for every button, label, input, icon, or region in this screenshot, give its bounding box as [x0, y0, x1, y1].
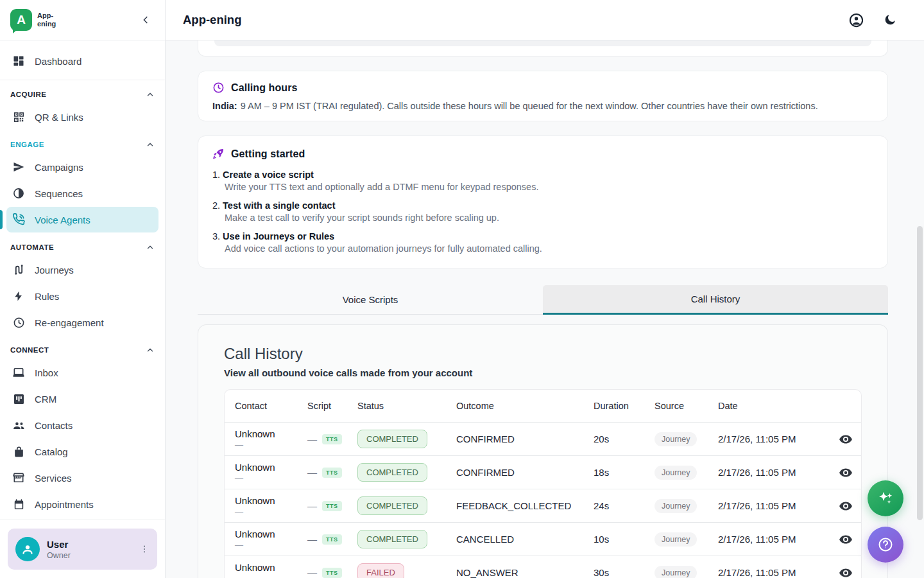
sidebar-item-label: Dashboard: [35, 56, 81, 67]
getting-started-title: Getting started: [231, 148, 305, 160]
sidebar-item-re-engagement[interactable]: Re-engagement: [6, 310, 158, 335]
table-row: Unknown— —TTS COMPLETED CONFIRMED 20s Jo…: [225, 422, 861, 455]
getting-started-card: Getting started 1.Create a voice script …: [198, 136, 888, 268]
logo-icon: A: [10, 9, 32, 31]
sidebar-item-contacts[interactable]: Contacts: [6, 412, 158, 438]
calling-hours-text: India:9 AM – 9 PM IST (TRAI regulated). …: [212, 100, 873, 112]
dashboard-icon: [12, 54, 26, 68]
account-icon: [848, 12, 864, 28]
help-button[interactable]: [868, 527, 903, 563]
sidebar-item-catalog[interactable]: Catalog: [6, 439, 158, 464]
source-badge: Journey: [654, 466, 697, 480]
sidebar-item-appointments[interactable]: Appointments: [6, 491, 158, 517]
tab-voice-scripts[interactable]: Voice Scripts: [198, 285, 543, 315]
section-header-connect[interactable]: CONNECT: [0, 336, 165, 359]
view-call-button[interactable]: [839, 499, 853, 513]
table-row: Unknown— —TTS COMPLETED FEEDBACK_COLLECT…: [225, 489, 861, 522]
tab-call-history[interactable]: Call History: [543, 285, 888, 315]
section-header-acquire[interactable]: ACQUIRE: [0, 80, 165, 103]
sidebar-item-journeys[interactable]: Journeys: [6, 257, 158, 283]
source-badge: Journey: [654, 532, 697, 547]
sidebar-item-dashboard[interactable]: Dashboard: [6, 48, 158, 74]
section-header-engage[interactable]: ENGAGE: [0, 130, 165, 153]
tts-badge: TTS: [322, 501, 342, 511]
qr-icon: [12, 110, 26, 124]
calendar-icon: [12, 497, 26, 511]
sidebar-item-crm[interactable]: CRM: [6, 386, 158, 412]
status-badge: FAILED: [357, 563, 404, 578]
sidebar-item-sequences[interactable]: Sequences: [6, 180, 158, 206]
sidebar-item-services[interactable]: Services: [6, 465, 158, 491]
content-scroll-area[interactable]: Calling hours India:9 AM – 9 PM IST (TRA…: [166, 40, 924, 578]
brand-name: App- ening: [37, 12, 56, 28]
sidebar-item-label: Services: [35, 473, 72, 484]
section-header-automate[interactable]: AUTOMATE: [0, 233, 165, 256]
sidebar-item-label: Campaigns: [35, 162, 83, 173]
send-icon: [12, 160, 26, 174]
status-badge: COMPLETED: [357, 430, 427, 448]
sidebar-item-qr-links[interactable]: QR & Links: [6, 104, 158, 130]
sidebar-item-label: Appointments: [35, 499, 94, 510]
sidebar-item-inbox[interactable]: Inbox: [6, 360, 158, 385]
bag-icon: [12, 444, 26, 459]
contrast-icon: [12, 186, 26, 200]
source-badge: Journey: [654, 432, 697, 446]
clock-icon: [212, 82, 225, 94]
sidebar-footer: User Owner: [0, 520, 165, 578]
chevron-up-icon: [146, 346, 155, 355]
main-area: App-ening: [166, 0, 924, 578]
sparkles-icon: [877, 489, 894, 507]
call-history-heading: Call History: [224, 344, 862, 363]
sidebar-item-rules[interactable]: Rules: [6, 283, 158, 309]
sidebar-item-label: Catalog: [35, 446, 68, 457]
view-call-button[interactable]: [839, 566, 853, 578]
sidebar-header: A App- ening: [0, 0, 165, 40]
sidebar-collapse-button[interactable]: [137, 11, 155, 29]
laptop-icon: [12, 365, 26, 380]
bolt-icon: [12, 289, 26, 303]
view-call-button[interactable]: [839, 532, 853, 547]
table-row: Unknown— —TTS COMPLETED CONFIRMED 18s Jo…: [225, 455, 861, 489]
user-menu-button[interactable]: [139, 544, 150, 554]
brand-logo[interactable]: A App- ening: [10, 9, 56, 31]
clock-icon: [12, 315, 26, 329]
account-button[interactable]: [848, 12, 864, 28]
phone-call-icon: [12, 213, 26, 227]
top-bar: App-ening: [166, 0, 924, 40]
eye-icon: [839, 532, 853, 547]
view-call-button[interactable]: [839, 466, 853, 480]
getting-started-step: 1.Create a voice script Write your TTS t…: [212, 169, 873, 193]
user-role: Owner: [47, 551, 132, 560]
table-row: Unknown— —TTS COMPLETED CANCELLED 10s Jo…: [225, 522, 861, 556]
help-icon: [876, 535, 895, 554]
getting-started-step: 3.Use in Journeys or Rules Add voice cal…: [212, 231, 873, 254]
sidebar-item-label: Journeys: [35, 265, 74, 276]
sidebar-item-label: CRM: [35, 394, 56, 405]
sidebar-item-label: Contacts: [35, 420, 73, 431]
tts-badge: TTS: [322, 434, 342, 444]
status-badge: COMPLETED: [357, 530, 427, 548]
sidebar-item-label: Inbox: [35, 367, 58, 378]
route-icon: [12, 263, 26, 277]
status-badge: COMPLETED: [357, 463, 427, 482]
scrollbar-thumb[interactable]: [917, 226, 923, 520]
getting-started-step: 2.Test with a single contact Make a test…: [212, 200, 873, 223]
call-history-subtitle: View all outbound voice calls made from …: [224, 367, 862, 379]
sidebar: A App- ening Dashboard ACQUIRE: [0, 0, 166, 578]
user-card[interactable]: User Owner: [8, 529, 157, 570]
eye-icon: [839, 499, 853, 513]
ai-assistant-button[interactable]: [868, 480, 903, 516]
sidebar-item-campaigns[interactable]: Campaigns: [6, 154, 158, 180]
moon-icon: [883, 13, 897, 27]
view-call-button[interactable]: [839, 432, 853, 446]
table-row: Unknown— —TTS FAILED NO_ANSWER 30s Journ…: [225, 556, 861, 578]
dark-mode-toggle[interactable]: [883, 13, 897, 27]
chevron-up-icon: [146, 243, 155, 252]
sidebar-item-voice-agents[interactable]: Voice Agents: [6, 207, 158, 232]
sidebar-item-label: Rules: [35, 291, 59, 302]
sidebar-item-label: Sequences: [35, 188, 83, 199]
user-meta: User Owner: [47, 539, 132, 560]
user-avatar: [15, 537, 40, 561]
sidebar-nav: Dashboard ACQUIRE QR & Links ENGAGE Camp…: [0, 40, 165, 520]
people-icon: [12, 418, 26, 432]
